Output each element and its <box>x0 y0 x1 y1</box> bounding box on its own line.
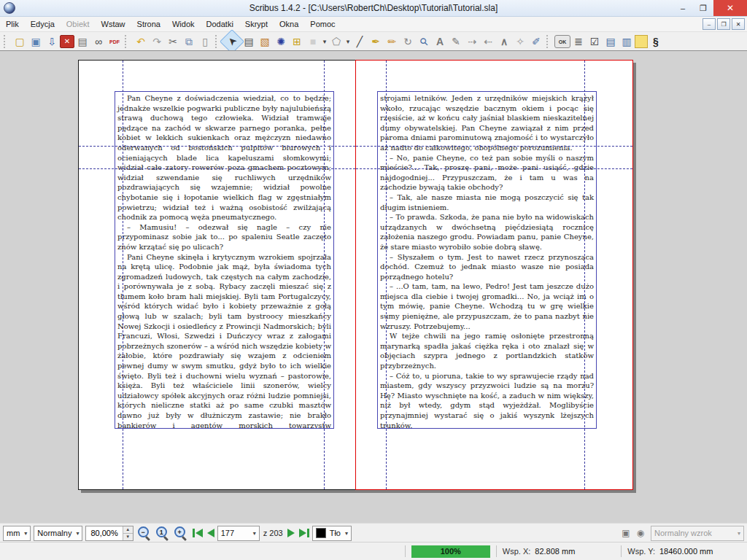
paragraph: strojami letników. Jeden z urzędników mi… <box>380 93 594 153</box>
insert-bezier-curve-icon[interactable]: ✒ <box>368 34 384 50</box>
arrow-right-icon <box>287 529 295 537</box>
mdi-minimize-button[interactable]: – <box>703 18 716 30</box>
preflight-verifier-icon[interactable]: ∞ <box>90 34 107 50</box>
page-number-select[interactable]: 177 ▾ <box>217 526 260 541</box>
mdi-close-button[interactable]: ✕ <box>732 18 745 30</box>
chevron-down-icon: ▾ <box>738 530 740 537</box>
paragraph: – No, panie Cheyne, co też pan sobie myś… <box>380 153 594 192</box>
page-right-current[interactable]: strojami letników. Jeden z urzędników mi… <box>355 60 633 490</box>
menu-widok[interactable]: Widok <box>166 17 201 31</box>
main-toolbar: ▢▣⇩✕▤∞PDF↶↷✂⧉▯➤▤▧✺⊞■▾⬠▾╱✒✏↻⚲A✎⇢⇠∧✧✐OK≣☑▤… <box>0 32 747 52</box>
polygon-dropdown-arrow-icon[interactable]: ▾ <box>344 34 352 50</box>
pdf-checkbox-icon[interactable]: ☑ <box>587 34 603 50</box>
vertical-guide[interactable] <box>386 61 387 489</box>
first-page-button[interactable] <box>193 529 203 537</box>
unit-select[interactable]: mm ▾ <box>3 526 31 541</box>
vertical-guide[interactable] <box>324 61 325 489</box>
menu-wstaw[interactable]: Wstaw <box>96 17 131 31</box>
menu-skrypt[interactable]: Skrypt <box>239 17 274 31</box>
insert-image-frame-icon[interactable]: ▧ <box>257 34 273 50</box>
save-document-icon[interactable]: ⇩ <box>44 34 60 50</box>
toolbar-icons: ▢▣⇩✕▤∞PDF↶↷✂⧉▯➤▤▧✺⊞■▾⬠▾╱✒✏↻⚲A✎⇢⇠∧✧✐OK≣☑▤… <box>1 33 664 50</box>
spinner-down-icon[interactable]: ▼ <box>123 534 133 540</box>
last-page-button[interactable] <box>299 529 309 537</box>
layer-color-swatch <box>316 528 326 538</box>
next-page-button[interactable] <box>287 529 295 537</box>
menu-plik[interactable]: Plik <box>0 17 25 31</box>
spinner-up-icon[interactable]: ▲ <box>123 526 133 534</box>
measurements-icon[interactable]: ∧ <box>496 34 512 50</box>
menu-dodatki[interactable]: Dodatki <box>201 17 239 31</box>
pdf-push-button-icon[interactable]: OK <box>554 35 570 48</box>
pdf-text-field-icon[interactable]: ≣ <box>570 34 587 50</box>
paragraph: – Słyszałem o tym. Jest to nawet rzecz p… <box>380 252 594 282</box>
horizontal-guide[interactable] <box>356 168 632 169</box>
horizontal-guide[interactable] <box>79 168 355 169</box>
story-editor-icon[interactable]: ✎ <box>448 34 464 50</box>
window-title: Scribus 1.4.2 - [C:\Users\RobertCh\Deskt… <box>0 3 747 13</box>
zoom-100-button[interactable]: 1 <box>154 525 170 541</box>
color-management-icon[interactable]: ▣ <box>619 526 633 540</box>
page-left[interactable]: Pan Cheyne z doświadczenia wiedział, co … <box>78 60 356 490</box>
horizontal-guide[interactable] <box>79 146 355 147</box>
print-document-icon[interactable]: ▤ <box>74 34 90 50</box>
vertical-guide[interactable] <box>584 61 585 489</box>
title-bar: Scribus 1.4.2 - [C:\Users\RobertCh\Deskt… <box>0 0 747 17</box>
first-page-bar-icon <box>193 529 195 537</box>
eyedropper-icon[interactable]: ✐ <box>528 34 544 50</box>
previous-page-button[interactable] <box>207 529 214 537</box>
toolbar-drag-handle <box>125 35 128 48</box>
mdi-restore-button[interactable]: ❐ <box>717 18 730 30</box>
zoom-in-button[interactable]: + <box>172 525 188 541</box>
zoom-out-button[interactable]: − <box>136 525 152 541</box>
menu-edycja[interactable]: Edycja <box>25 17 61 31</box>
copy-icon[interactable]: ⧉ <box>181 34 197 50</box>
vision-defect-select[interactable]: Normalny wzrok ▾ <box>651 526 744 541</box>
coord-x-label: Wsp. X: <box>503 547 531 556</box>
insert-freehand-line-icon[interactable]: ✏ <box>384 34 400 50</box>
undo-icon[interactable]: ↶ <box>133 34 149 50</box>
vertical-guide[interactable] <box>123 61 123 489</box>
horizontal-guide[interactable] <box>356 146 632 147</box>
quality-select[interactable]: Normalny ▾ <box>34 526 82 541</box>
export-pdf-icon[interactable]: PDF <box>107 34 123 50</box>
insert-polygon-icon[interactable]: ⬠ <box>328 34 344 50</box>
pdf-link-annotation-icon[interactable]: § <box>648 34 664 50</box>
close-document-icon[interactable]: ✕ <box>60 35 74 48</box>
pdf-text-annotation-icon[interactable]: ■ <box>635 35 648 48</box>
arrow-left-icon <box>196 529 203 537</box>
window-minimize-button[interactable]: – <box>673 0 693 16</box>
canvas[interactable]: Pan Cheyne z doświadczenia wiedział, co … <box>0 50 747 524</box>
preview-eye-icon[interactable]: ◉ <box>633 526 648 540</box>
copy-properties-icon[interactable]: ✧ <box>512 34 528 50</box>
new-document-icon[interactable]: ▢ <box>12 34 28 50</box>
redo-icon[interactable]: ↷ <box>149 34 165 50</box>
link-text-frames-icon[interactable]: ⇢ <box>464 34 480 50</box>
shape-dropdown-arrow-icon[interactable]: ▾ <box>321 34 328 50</box>
coord-x-value: 82.808 mm <box>535 547 615 556</box>
menu-okna[interactable]: Okna <box>274 17 304 31</box>
text-frame-right[interactable]: strojami letników. Jeden z urzędników mi… <box>377 91 597 429</box>
paste-icon[interactable]: ▯ <box>197 34 213 50</box>
unlink-text-frames-icon[interactable]: ⇠ <box>480 34 496 50</box>
arrow-left-icon <box>207 529 214 537</box>
menu-bar: PlikEdycjaObiektWstawStronaWidokDodatkiS… <box>0 17 747 32</box>
insert-shape-icon[interactable]: ■ <box>305 34 321 50</box>
menu-pomoc[interactable]: Pomoc <box>304 17 341 31</box>
layer-select[interactable]: Tło ▾ <box>312 526 352 541</box>
zoom-level-spinner[interactable]: 80,00% ▲ ▼ <box>85 526 133 541</box>
cut-icon[interactable]: ✂ <box>165 34 181 50</box>
insert-table-icon[interactable]: ⊞ <box>289 34 305 50</box>
pdf-combo-box-icon[interactable]: ▤ <box>603 34 619 50</box>
menu-strona[interactable]: Strona <box>131 17 166 31</box>
quality-value: Normalny <box>37 529 71 537</box>
insert-line-icon[interactable]: ╱ <box>352 34 368 50</box>
insert-render-frame-icon[interactable]: ✺ <box>273 34 289 50</box>
paragraph: Pani Cheyne skinęła i krytycznym wzrokie… <box>117 252 331 429</box>
pdf-list-box-icon[interactable]: ▥ <box>619 34 635 50</box>
text-frame-left[interactable]: Pan Cheyne z doświadczenia wiedział, co … <box>115 91 334 429</box>
window-restore-button[interactable]: ❐ <box>693 0 713 16</box>
open-document-icon[interactable]: ▣ <box>28 34 44 50</box>
status-bar: 100% Wsp. X: 82.808 mm Wsp. Y: 18460.000… <box>0 542 747 560</box>
window-close-button[interactable]: ✕ <box>713 0 747 16</box>
